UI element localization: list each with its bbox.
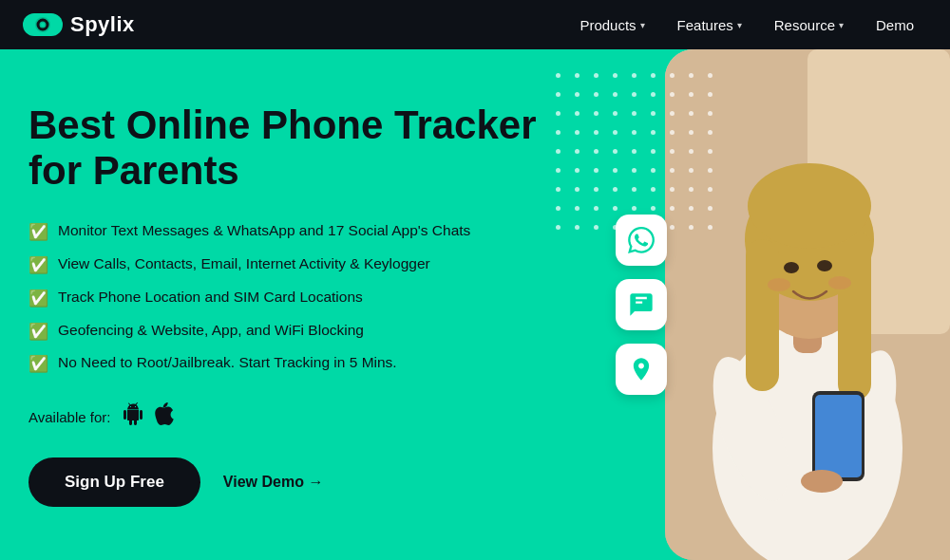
check-icon: ✅ xyxy=(28,321,48,344)
available-label: Available for: xyxy=(28,409,110,425)
hero-title: Best Online Phone Tracker for Parents xyxy=(28,103,580,195)
android-icon xyxy=(122,402,144,431)
location-button[interactable] xyxy=(616,344,667,395)
check-icon: ✅ xyxy=(28,353,48,376)
whatsapp-icon xyxy=(628,227,655,253)
chevron-down-icon: ▾ xyxy=(640,20,645,30)
svg-rect-12 xyxy=(746,239,779,391)
svg-point-3 xyxy=(41,23,45,27)
svg-rect-13 xyxy=(838,230,871,401)
svg-point-16 xyxy=(817,260,832,271)
apple-icon xyxy=(154,402,175,431)
list-item: ✅ Geofencing & Website, App, and WiFi Bl… xyxy=(28,320,580,344)
check-icon: ✅ xyxy=(28,221,48,244)
chevron-down-icon: ▾ xyxy=(839,20,844,30)
hero-section: Best Online Phone Tracker for Parents ✅ … xyxy=(0,49,950,560)
cta-row: Sign Up Free View Demo → xyxy=(28,457,580,507)
demo-button[interactable]: View Demo → xyxy=(223,474,324,491)
location-pin-icon xyxy=(628,356,655,383)
nav-products[interactable]: Products ▾ xyxy=(566,11,657,39)
platform-icons xyxy=(122,402,175,431)
whatsapp-button[interactable] xyxy=(616,215,667,266)
hero-content: Best Online Phone Tracker for Parents ✅ … xyxy=(0,65,608,546)
logo-text: Spylix xyxy=(70,12,135,37)
svg-point-15 xyxy=(784,262,799,273)
nav-features[interactable]: Features ▾ xyxy=(664,11,755,39)
svg-point-21 xyxy=(801,470,843,493)
nav-menu: Products ▾ Features ▾ Resource ▾ Demo xyxy=(566,11,927,39)
app-icon-buttons xyxy=(616,215,667,395)
list-item: ✅ Monitor Text Messages & WhatsApp and 1… xyxy=(28,220,580,244)
check-icon: ✅ xyxy=(28,288,48,310)
nav-resource[interactable]: Resource ▾ xyxy=(761,11,857,39)
list-item: ✅ View Calls, Contacts, Email, Internet … xyxy=(28,253,580,277)
available-for-row: Available for: xyxy=(28,402,580,431)
logo[interactable]: Spylix xyxy=(23,11,135,38)
svg-point-17 xyxy=(768,278,790,291)
chevron-down-icon: ▾ xyxy=(737,20,742,30)
svg-rect-20 xyxy=(815,395,862,477)
navbar: Spylix Products ▾ Features ▾ Resource ▾ … xyxy=(0,0,950,49)
hero-features-list: ✅ Monitor Text Messages & WhatsApp and 1… xyxy=(28,220,580,376)
signup-button[interactable]: Sign Up Free xyxy=(28,457,200,507)
svg-point-18 xyxy=(828,276,851,289)
nav-demo[interactable]: Demo xyxy=(863,11,927,39)
logo-icon xyxy=(23,11,63,38)
message-button[interactable] xyxy=(616,279,667,330)
message-icon xyxy=(628,291,655,318)
list-item: ✅ No Need to Root/Jailbreak. Start Track… xyxy=(28,352,580,376)
check-icon: ✅ xyxy=(28,254,48,277)
svg-point-14 xyxy=(748,163,871,249)
list-item: ✅ Track Phone Location and SIM Card Loca… xyxy=(28,287,580,310)
